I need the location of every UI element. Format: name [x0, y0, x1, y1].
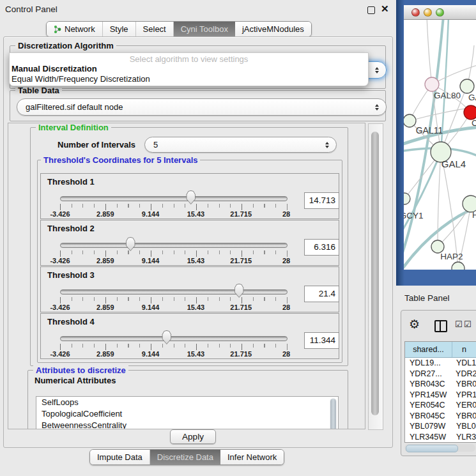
node-label: C	[472, 118, 476, 128]
table-cell-name: YPR1	[452, 390, 476, 401]
network-node-gal11[interactable]	[404, 114, 416, 127]
network-node-c[interactable]	[464, 105, 476, 119]
slider-track[interactable]	[60, 289, 288, 295]
dropdown-hint: Select algorithm to view settings	[10, 54, 368, 64]
tick-label: 15.43	[187, 257, 205, 265]
table-cell-name: YDL1	[452, 358, 476, 369]
gear-icon[interactable]: ⚙	[409, 318, 420, 330]
network-node-gal80[interactable]	[425, 77, 439, 91]
slider-track[interactable]	[60, 196, 288, 201]
tab-select[interactable]: Select	[136, 22, 174, 36]
table-row[interactable]: YBR045CYBR0	[405, 411, 476, 422]
slider-track[interactable]	[60, 243, 288, 248]
tab-cyni-toolbox[interactable]: Cyni Toolbox	[174, 22, 235, 36]
slider-track[interactable]	[60, 336, 288, 341]
slider-major-ticks	[60, 250, 288, 257]
threshold-value-field[interactable]: 21.4	[304, 286, 339, 302]
checkbox-icon[interactable]: ☑	[464, 319, 472, 329]
tab-jactivemnodules[interactable]: jActiveMNodules	[235, 22, 311, 36]
table-header-cell-n[interactable]: n	[452, 342, 476, 357]
list-scrollbar-thumb[interactable]	[330, 399, 336, 429]
table-hscrollbar[interactable]	[404, 444, 475, 452]
table-row[interactable]: YDL19...YDL1	[405, 358, 476, 369]
slider-thumb[interactable]	[234, 284, 245, 298]
tab-label: jActiveMNodules	[242, 24, 304, 34]
list-scrollbar[interactable]	[330, 398, 337, 429]
checkbox-icon[interactable]: ☑	[455, 319, 463, 329]
spinner-arrows-icon	[325, 142, 329, 148]
table-hscrollbar-thumb[interactable]	[406, 445, 458, 452]
bottom-tab-label: Infer Network	[227, 452, 277, 462]
slider-major-ticks	[60, 204, 288, 210]
close-icon[interactable]: ✕	[381, 3, 389, 15]
number-of-intervals-combo[interactable]: 5	[144, 137, 337, 153]
table-row[interactable]: YPR145WYPR1	[405, 390, 476, 401]
slider-thumb[interactable]	[125, 237, 136, 251]
table-row[interactable]: YDR27...YDR2	[405, 369, 476, 380]
dropdown-option-manual-discretization[interactable]: Manual Discretization	[12, 64, 97, 73]
table-data-title: Table Data	[15, 86, 62, 95]
tick-label: 28	[282, 257, 290, 265]
attribute-list-item[interactable]: SelfLoops	[36, 397, 338, 408]
network-node-gcy1[interactable]	[404, 193, 410, 204]
panel-scrollbar-thumb[interactable]	[371, 132, 379, 415]
attribute-list-item[interactable]: TopologicalCoefficient	[36, 408, 338, 420]
interval-definition-group: Interval Definition Number of Intervals …	[30, 127, 348, 366]
table-row[interactable]: YLR345WYLR3	[405, 432, 476, 443]
threshold-value-field[interactable]: 14.713	[304, 192, 339, 209]
column-layout-icon[interactable]	[434, 320, 447, 332]
table-header-cell-shared[interactable]: shared...	[405, 342, 452, 357]
network-window-titlebar[interactable]	[404, 5, 476, 20]
threshold-label: Threshold 4	[47, 317, 95, 326]
tick-label: 28	[282, 303, 290, 311]
table-row[interactable]: YER054CYER0	[405, 400, 476, 411]
table-row[interactable]: YBL079WYBL0	[405, 421, 476, 432]
tab-label: Style	[110, 24, 128, 34]
tab-label: Cyni Toolbox	[181, 24, 228, 34]
slider-major-ticks	[60, 297, 288, 303]
table-cell-name: YLR3	[452, 432, 476, 443]
tab-style[interactable]: Style	[103, 22, 136, 36]
bottom-tab-infer-network[interactable]: Infer Network	[220, 450, 284, 464]
table-cell-name: YBL0	[452, 421, 476, 432]
tick-label: 15.43	[187, 210, 205, 218]
float-window-icon[interactable]	[367, 6, 375, 14]
numerical-attributes-list[interactable]: SelfLoopsTopologicalCoefficientBetweenne…	[36, 396, 339, 429]
dropdown-option-equal-width-frequency-discretization[interactable]: Equal Width/Frequency Discretization	[12, 74, 150, 84]
network-canvas[interactable]: GAL80GALCGAL11GAL4GCY1HHAP2	[404, 20, 476, 270]
interval-definition-title: Interval Definition	[36, 123, 111, 132]
zoom-button-icon[interactable]	[436, 8, 444, 17]
node-label: GAL	[468, 93, 476, 102]
table-cell-shared-name: YDL19...	[405, 358, 452, 369]
network-window: GAL80GALCGAL11GAL4GCY1HHAP2	[396, 0, 476, 286]
slider-thumb[interactable]	[161, 330, 172, 344]
panel-scrollbar[interactable]	[368, 123, 383, 430]
close-button-icon[interactable]	[411, 8, 420, 17]
table-cell-shared-name: YER054C	[405, 400, 452, 411]
bottom-tab-discretize-data[interactable]: Discretize Data	[150, 450, 220, 464]
bottom-tab-impute-data[interactable]: Impute Data	[90, 450, 150, 464]
table-data-group: Table Data galFiltered.sif default node	[10, 90, 386, 121]
threshold-value-field[interactable]: 6.316	[304, 239, 339, 256]
network-node-hap2[interactable]	[431, 240, 444, 253]
apply-button[interactable]: Apply	[170, 429, 216, 444]
threshold-panel-1: Threshold 1-3.4262.8599.14415.4321.71528…	[40, 173, 339, 219]
node-label: GAL4	[441, 158, 466, 169]
table-data-combo[interactable]: galFiltered.sif default node	[17, 98, 387, 116]
tab-network[interactable]: Network	[47, 22, 103, 36]
attribute-list-item[interactable]: BetweennessCentrality	[36, 420, 338, 429]
threshold-value-field[interactable]: 11.344	[304, 332, 339, 349]
threshold-panel-3: Threshold 3-3.4262.8599.14415.4321.71528…	[40, 266, 339, 312]
algorithm-dropdown-popup: Select algorithm to view settings Manual…	[9, 52, 369, 86]
bottom-tab-label: Discretize Data	[157, 452, 213, 462]
settings-viewport: Interval Definition Number of Intervals …	[8, 123, 365, 429]
tick-label: 15.43	[187, 303, 205, 311]
tick-label: 2.859	[96, 350, 114, 358]
minimize-button-icon[interactable]	[424, 8, 432, 17]
network-node[interactable]	[452, 262, 464, 270]
slider-thumb[interactable]	[185, 190, 196, 204]
network-node-gal[interactable]	[460, 79, 474, 93]
table-row[interactable]: YBR043CYBR0	[405, 379, 476, 390]
network-graph: GAL80GALCGAL11GAL4GCY1HHAP2	[404, 20, 476, 270]
tick-label: 21.715	[230, 210, 252, 218]
